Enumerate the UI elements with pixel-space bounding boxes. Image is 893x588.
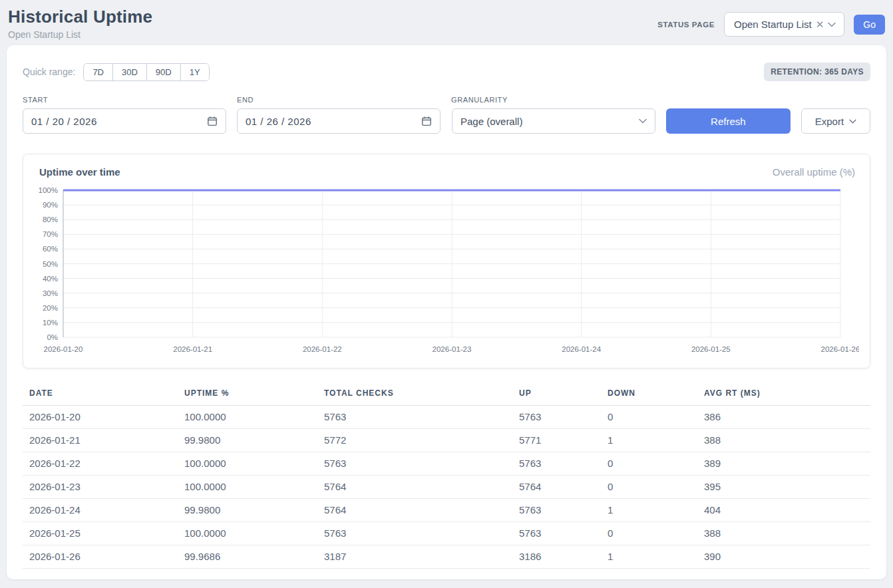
header-controls: STATUS PAGE Open Startup List ✕ Go xyxy=(657,7,885,37)
svg-text:2026-01-26: 2026-01-26 xyxy=(821,345,859,353)
quick-range-30d[interactable]: 30D xyxy=(112,64,146,80)
start-date-value: 01 / 20 / 2026 xyxy=(31,116,97,127)
table-cell: 388 xyxy=(704,522,870,545)
status-page-select[interactable]: Open Startup List ✕ xyxy=(724,12,844,37)
table-cell: 5763 xyxy=(324,406,519,429)
table-cell: 2026-01-23 xyxy=(23,476,184,499)
quick-range-90d[interactable]: 90D xyxy=(146,64,180,80)
start-label: START xyxy=(23,96,226,104)
start-date-input[interactable]: 01 / 20 / 2026 xyxy=(23,108,226,134)
table-row: 2026-01-2499.9800576457631404 xyxy=(23,499,870,522)
svg-text:100%: 100% xyxy=(39,186,58,194)
table-cell: 5764 xyxy=(324,476,519,499)
table-cell: 395 xyxy=(704,476,870,499)
page-title: Historical Uptime xyxy=(8,7,152,27)
chart-card: Uptime over time Overall uptime (%) 100%… xyxy=(23,154,870,368)
col-total-checks: TOTAL CHECKS xyxy=(324,384,519,406)
table-cell: 0 xyxy=(608,406,704,429)
table-cell: 2026-01-26 xyxy=(23,545,184,569)
export-label: Export xyxy=(815,116,844,127)
calendar-icon[interactable] xyxy=(421,116,432,126)
table-cell: 2026-01-21 xyxy=(23,429,184,452)
filter-row: START 01 / 20 / 2026 END 01 / 26 / 2026 … xyxy=(23,96,870,134)
table-cell: 5764 xyxy=(519,476,608,499)
table-cell: 2026-01-25 xyxy=(23,522,184,545)
quick-range-1y[interactable]: 1Y xyxy=(180,64,209,80)
table-cell: 100.0000 xyxy=(184,522,324,545)
svg-text:40%: 40% xyxy=(43,275,58,283)
table-row: 2026-01-20100.0000576357630386 xyxy=(23,406,870,429)
quick-range-group: 7D 30D 90D 1Y xyxy=(83,63,209,81)
svg-text:2026-01-24: 2026-01-24 xyxy=(562,345,601,353)
quick-range-row: Quick range: 7D 30D 90D 1Y RETENTION: 36… xyxy=(23,63,870,81)
table-row: 2026-01-25100.0000576357630388 xyxy=(23,522,870,545)
status-page-value: Open Startup List xyxy=(734,19,812,30)
table-cell: 3187 xyxy=(324,545,519,569)
table-cell: 386 xyxy=(704,406,870,429)
table-cell: 389 xyxy=(704,452,870,476)
svg-text:90%: 90% xyxy=(43,201,58,209)
granularity-select[interactable]: Page (overall) xyxy=(452,108,655,134)
refresh-button[interactable]: Refresh xyxy=(666,108,791,134)
go-button[interactable]: Go xyxy=(854,15,885,35)
table-cell: 100.0000 xyxy=(184,406,324,429)
end-date-value: 01 / 26 / 2026 xyxy=(246,116,311,127)
svg-text:10%: 10% xyxy=(43,319,58,327)
table-cell: 404 xyxy=(704,499,870,522)
svg-text:2026-01-25: 2026-01-25 xyxy=(691,345,731,353)
table-row: 2026-01-23100.0000576457640395 xyxy=(23,476,870,499)
table-row: 2026-01-2199.9800577257711388 xyxy=(23,429,870,452)
start-date-field-wrap: START 01 / 20 / 2026 xyxy=(23,96,226,134)
table-cell: 100.0000 xyxy=(184,476,324,499)
end-label: END xyxy=(237,96,441,104)
table-cell: 100.0000 xyxy=(184,452,324,476)
quick-range-7d[interactable]: 7D xyxy=(84,64,112,80)
table-cell: 1 xyxy=(608,499,704,522)
end-date-input[interactable]: 01 / 26 / 2026 xyxy=(237,108,441,134)
end-date-field-wrap: END 01 / 26 / 2026 xyxy=(237,96,441,134)
uptime-chart-svg: 100%90%80%70%60%50%40%30%20%10%0%2026-01… xyxy=(34,184,859,361)
export-button[interactable]: Export xyxy=(801,108,870,134)
svg-text:30%: 30% xyxy=(43,289,58,297)
retention-badge: RETENTION: 365 DAYS xyxy=(764,63,870,81)
granularity-label: GRANULARITY xyxy=(451,96,655,104)
table-cell: 5771 xyxy=(519,429,608,452)
col-uptime: UPTIME % xyxy=(184,384,324,406)
table-cell: 99.9686 xyxy=(184,545,324,569)
svg-text:70%: 70% xyxy=(43,230,58,238)
page-header: Historical Uptime Open Startup List STAT… xyxy=(0,0,893,45)
svg-text:20%: 20% xyxy=(43,304,58,312)
chevron-down-icon xyxy=(849,119,856,124)
svg-text:50%: 50% xyxy=(43,260,58,268)
chevron-down-icon xyxy=(828,22,836,27)
table-cell: 2026-01-24 xyxy=(23,499,184,522)
status-page-label: STATUS PAGE xyxy=(657,21,715,29)
svg-text:2026-01-20: 2026-01-20 xyxy=(44,345,83,353)
page-subtitle: Open Startup List xyxy=(8,29,152,40)
svg-text:2026-01-22: 2026-01-22 xyxy=(303,345,342,353)
chevron-down-icon xyxy=(639,118,647,124)
table-cell: 3186 xyxy=(519,545,608,569)
chart-title: Uptime over time xyxy=(39,166,120,178)
table-cell: 390 xyxy=(704,545,870,569)
table-cell: 99.9800 xyxy=(184,429,324,452)
main-card: Quick range: 7D 30D 90D 1Y RETENTION: 36… xyxy=(7,45,886,579)
table-cell: 1 xyxy=(608,429,704,452)
calendar-icon[interactable] xyxy=(207,116,218,126)
col-down: DOWN xyxy=(608,384,704,406)
table-cell: 0 xyxy=(608,522,704,545)
clear-icon[interactable]: ✕ xyxy=(816,19,824,29)
table-cell: 5763 xyxy=(324,452,519,476)
table-cell: 5763 xyxy=(519,406,608,429)
table-cell: 2026-01-22 xyxy=(23,452,184,476)
table-cell: 388 xyxy=(704,429,870,452)
uptime-table: DATE UPTIME % TOTAL CHECKS UP DOWN AVG R… xyxy=(23,384,870,569)
col-up: UP xyxy=(519,384,608,406)
table-cell: 5763 xyxy=(519,452,608,476)
svg-text:2026-01-23: 2026-01-23 xyxy=(433,345,472,353)
col-avg-rt: AVG RT (MS) xyxy=(704,384,870,406)
quick-range-label: Quick range: xyxy=(23,67,75,77)
svg-text:0%: 0% xyxy=(47,333,58,341)
uptime-chart: 100%90%80%70%60%50%40%30%20%10%0%2026-01… xyxy=(34,184,860,364)
table-cell: 0 xyxy=(608,476,704,499)
